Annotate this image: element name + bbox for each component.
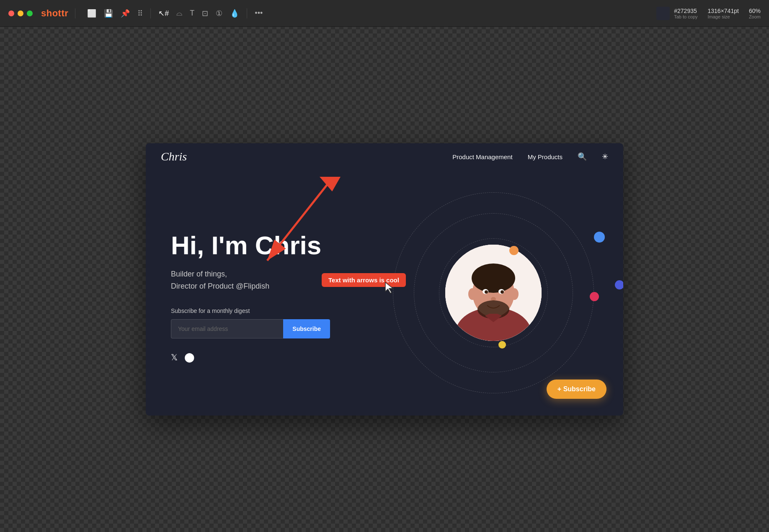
- app-name: shottr: [41, 8, 68, 19]
- email-input[interactable]: [171, 319, 283, 338]
- social-icons: 𝕏 ⬤: [171, 352, 389, 363]
- save-icon[interactable]: 💾: [104, 9, 113, 18]
- svg-point-5: [468, 288, 477, 300]
- site-navbar: Chris Product Management My Products 🔍 ✳: [146, 143, 623, 170]
- search-icon[interactable]: 🔍: [578, 152, 587, 161]
- toolbar: ⬜ 💾 📌 ⠿ ↖# ⌓ T ⊡ ① 💧 •••: [87, 8, 263, 18]
- svg-point-4: [472, 263, 515, 293]
- color-swatch: [656, 7, 670, 20]
- website-card: Chris Product Management My Products 🔍 ✳…: [146, 143, 623, 416]
- maximize-button[interactable]: [27, 10, 33, 16]
- nav-link-product-management[interactable]: Product Management: [452, 153, 512, 160]
- avatar: [445, 245, 542, 341]
- site-left: Hi, I'm Chris Builder of things, Directo…: [171, 223, 389, 363]
- orbital-dot-blue-bottom: [594, 232, 605, 243]
- image-size-info: 1316×741pt Image size: [708, 8, 739, 19]
- annotation-tooltip-text: Text with arrows is cool: [328, 276, 399, 284]
- separator-3: [247, 8, 247, 18]
- text-icon[interactable]: T: [190, 9, 194, 18]
- lasso-icon[interactable]: ⌓: [176, 9, 182, 18]
- nav-link-my-products[interactable]: My Products: [528, 153, 563, 160]
- site-heading: Hi, I'm Chris: [171, 231, 389, 260]
- crop-icon[interactable]: ⊡: [202, 9, 208, 18]
- topbar-right: #272935 Tab to copy 1316×741pt Image siz…: [656, 7, 761, 20]
- svg-point-9: [485, 290, 488, 294]
- traffic-lights: [8, 10, 33, 16]
- svg-point-6: [510, 288, 519, 300]
- orbital-dot-yellow: [498, 341, 506, 349]
- svg-point-10: [501, 290, 504, 294]
- canvas-area: Chris Product Management My Products 🔍 ✳…: [0, 27, 769, 532]
- subtitle-line1: Builder of things,: [171, 270, 227, 278]
- tab-to-copy-label: Tab to copy: [674, 14, 697, 19]
- avatar-person: [445, 245, 542, 341]
- site-logo[interactable]: Chris: [161, 150, 187, 163]
- separator-2: [150, 8, 151, 18]
- subtitle-line2: Director of Product @Flipdish: [171, 282, 269, 290]
- zoom-info: 60% Zoom: [749, 8, 761, 19]
- pin-icon[interactable]: 📌: [121, 9, 130, 18]
- orbital-dot-orange: [509, 246, 519, 255]
- twitter-icon[interactable]: 𝕏: [171, 352, 178, 362]
- color-hex-value: #272935: [674, 8, 697, 14]
- dropper-icon[interactable]: 💧: [230, 9, 239, 18]
- close-button[interactable]: [8, 10, 14, 16]
- color-indicator[interactable]: #272935 Tab to copy: [656, 7, 697, 20]
- cursor-plus-icon[interactable]: ↖#: [158, 9, 169, 18]
- subscribe-form: Subscribe: [171, 319, 330, 338]
- color-info: #272935 Tab to copy: [674, 8, 697, 19]
- subscribe-button[interactable]: Subscribe: [283, 319, 330, 338]
- github-icon[interactable]: ⬤: [184, 352, 195, 363]
- annotation-tooltip: Text with arrows is cool: [322, 273, 406, 287]
- zoom-label: Zoom: [749, 14, 761, 19]
- minimize-button[interactable]: [18, 10, 23, 16]
- subscribe-label: Subscribe for a monthly digest: [171, 307, 389, 314]
- brightness-icon[interactable]: ✳: [602, 152, 608, 161]
- orbital-dot-red: [590, 292, 599, 301]
- top-bar: shottr ⬜ 💾 📌 ⠿ ↖# ⌓ T ⊡ ① 💧 ••• #272935: [0, 0, 769, 27]
- site-content: Hi, I'm Chris Builder of things, Directo…: [146, 170, 623, 416]
- image-size-value: 1316×741pt: [708, 8, 739, 14]
- image-size-label: Image size: [708, 14, 739, 19]
- orbital-dot-blue-top: [615, 280, 623, 289]
- more-icon[interactable]: •••: [255, 9, 263, 18]
- grid-icon[interactable]: ⠿: [137, 9, 143, 18]
- floating-subscribe-button[interactable]: + Subscribe: [547, 380, 606, 399]
- copy-icon[interactable]: ⬜: [87, 9, 96, 18]
- separator: [75, 8, 75, 18]
- zoom-value: 60%: [749, 8, 761, 14]
- site-nav-links: Product Management My Products 🔍 ✳: [452, 152, 608, 161]
- site-right: [389, 188, 598, 398]
- number-icon[interactable]: ①: [216, 9, 222, 18]
